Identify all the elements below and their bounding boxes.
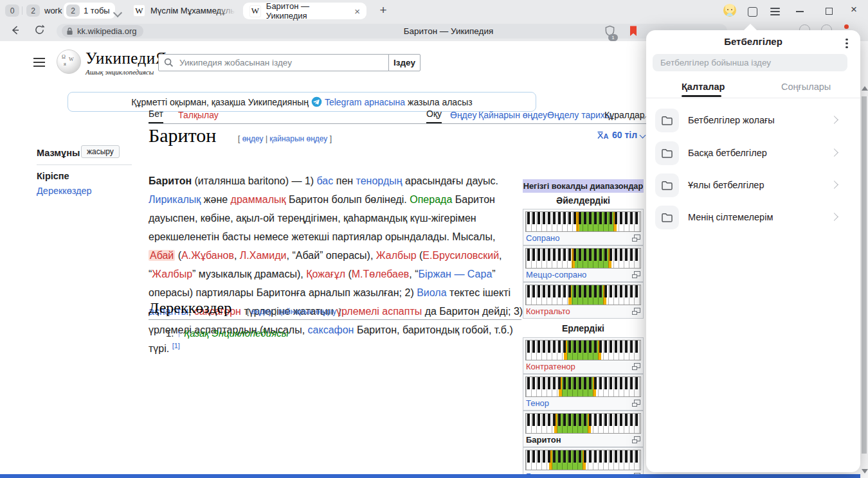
toc-hide-button[interactable]: жасыру — [81, 145, 120, 158]
inline-link[interactable]: А.Жұбанов — [181, 250, 234, 261]
inline-link[interactable]: Біржан — Сара — [419, 269, 493, 279]
bookmarks-search-box[interactable] — [653, 54, 847, 71]
wiki-search-button[interactable]: Іздеу — [388, 54, 420, 71]
telegram-link[interactable]: Telegram арнасына — [325, 97, 405, 107]
tab-history[interactable]: Өңделу тарихы — [547, 110, 611, 123]
wikipedia-logo[interactable]: ΩWя — [57, 49, 81, 74]
collections-icon[interactable] — [748, 7, 757, 17]
tab-read[interactable]: Оқу — [426, 109, 442, 123]
inline-link[interactable]: Е.Брусиловский — [422, 250, 499, 261]
expand-icon[interactable] — [632, 235, 640, 242]
back-icon[interactable] — [9, 24, 22, 39]
minimize-button[interactable] — [796, 11, 804, 12]
inline-link[interactable]: Жалбыр — [152, 269, 192, 279]
tab-inactive[interactable]: W Мүслім Мұхаммедұлы Ма — [133, 3, 235, 19]
restore-button[interactable] — [826, 8, 833, 15]
edit-link[interactable]: өңдеу — [242, 134, 264, 143]
piano-range-image[interactable] — [525, 413, 641, 434]
inline-link[interactable]: бас — [317, 175, 334, 186]
inline-link[interactable]: М.Төлебаев — [352, 269, 410, 279]
bracket: [ — [238, 134, 240, 143]
site-chip[interactable]: kk.wikipedia.org — [62, 25, 143, 37]
scroll-down-icon[interactable] — [862, 469, 868, 474]
profile-avatar[interactable] — [723, 4, 736, 17]
inline-link[interactable]: Операда — [410, 194, 452, 205]
tab-edit[interactable]: Өңдеу — [450, 110, 476, 123]
inline-link[interactable]: Л.Хамиди — [240, 250, 287, 261]
toc-item-intro[interactable]: Кіріспе — [37, 171, 69, 181]
inline-link[interactable]: драммалық — [231, 194, 286, 205]
source-edit-link[interactable]: қайнарын өңдеу — [278, 307, 336, 316]
url-bar[interactable]: kk.wikipedia.org Баритон — Уикипедия 1 — [57, 24, 727, 39]
toc-item-references[interactable]: Дереккөздер — [37, 186, 92, 196]
reload-icon[interactable] — [33, 24, 46, 39]
wiki-search-box[interactable] — [158, 54, 389, 71]
scroll-up-icon[interactable] — [862, 86, 868, 91]
bookmarks-search-input[interactable] — [659, 57, 841, 68]
tab-group-active[interactable]: 2 1 тобы — [64, 3, 115, 19]
expand-icon[interactable] — [632, 436, 640, 443]
article-title: Баритон — [149, 125, 216, 146]
expand-icon[interactable] — [632, 271, 640, 278]
wiki-wordmark[interactable]: УикипедиЯ Ашық энциклопедиясы — [86, 49, 167, 76]
inline-link[interactable]: Виола — [417, 287, 446, 298]
vocal-range-thumb: Баритон — [523, 411, 644, 447]
group-work-badge: 2 — [26, 4, 40, 17]
language-selector[interactable]: A 60 тіл — [597, 130, 645, 140]
tab-group-collapsed[interactable]: 0 — [5, 4, 19, 17]
inline-link[interactable]: Лирикалық — [149, 194, 201, 205]
tab-close-icon[interactable]: × — [354, 6, 360, 17]
browser-menu-icon[interactable] — [770, 6, 780, 17]
popup-tab-recent[interactable]: Соңғылары — [781, 82, 831, 92]
inline-link[interactable]: үрлемелі аспапты — [336, 306, 422, 317]
article-text: (италянша baritono) — 1) — [192, 175, 316, 186]
piano-range-image[interactable] — [525, 285, 641, 305]
folder-row-bookmarks-bar[interactable]: Бетбелгілер жолағы — [646, 109, 860, 137]
vocal-range-link[interactable]: Контратенор — [526, 362, 575, 371]
inline-link[interactable]: саксафон — [308, 324, 354, 335]
inline-link[interactable]: Абай — [149, 250, 175, 261]
piano-range-image[interactable] — [525, 340, 641, 360]
piano-range-image[interactable] — [525, 211, 641, 232]
tab-tools[interactable]: Құралдар — [604, 110, 645, 123]
bookmark-flag-icon[interactable] — [629, 26, 638, 39]
folder-row-my-links[interactable]: Менің сілтемелерім — [646, 206, 860, 234]
tab-group-work[interactable]: 2 work — [26, 4, 62, 17]
tab-edit-source[interactable]: Қайнарын өңдеу — [478, 110, 547, 123]
ref-backlink[interactable]: ↑ — [177, 328, 182, 339]
article-text: , — [234, 250, 240, 261]
close-window-button[interactable]: × — [851, 4, 857, 15]
tab-active[interactable]: W Баритон — Уикипедия × — [243, 3, 366, 19]
piano-range-image[interactable] — [525, 248, 641, 269]
wiki-search-input[interactable] — [178, 57, 388, 68]
expand-icon[interactable] — [632, 363, 640, 370]
vocal-range-link[interactable]: Сопрано — [526, 233, 560, 243]
page-scrollbar[interactable] — [860, 41, 868, 478]
tab-page[interactable]: Бет — [149, 109, 163, 123]
separator: | — [266, 134, 267, 143]
popup-tab-folders[interactable]: Қалталар — [682, 82, 725, 92]
inline-link[interactable]: тенордың — [356, 175, 402, 186]
new-tab-button[interactable]: + — [375, 2, 392, 19]
vocal-range-link[interactable]: Меццо-сопрано — [526, 270, 586, 279]
inline-link[interactable]: Қожағұл — [306, 269, 345, 279]
expand-icon[interactable] — [632, 308, 640, 315]
edit-link[interactable]: өңдеу — [251, 307, 273, 316]
wiki-menu-icon[interactable] — [33, 55, 45, 69]
expand-icon[interactable] — [632, 400, 640, 407]
folder-row-other-bookmarks[interactable]: Басқа бетбелгілер — [646, 141, 860, 170]
vocal-range-link[interactable]: Контральто — [526, 306, 570, 316]
inline-link[interactable]: Жалбыр — [376, 250, 417, 261]
group-chevron-icon[interactable] — [114, 7, 121, 19]
folder-row-mobile-bookmarks[interactable]: Ұялы бетбелгілер — [646, 173, 860, 202]
piano-range-image[interactable] — [525, 450, 641, 470]
vocal-range-link[interactable]: Тенор — [526, 398, 549, 408]
ref-source-link[interactable]: Қазақ Энциклопедиясы — [184, 328, 288, 339]
shield-icon[interactable]: 1 — [604, 25, 615, 39]
source-edit-link[interactable]: қайнарын өңдеу — [269, 134, 327, 143]
inline-link[interactable]: [1] — [172, 342, 180, 350]
scrollbar-thumb[interactable] — [862, 96, 867, 454]
kebab-menu-icon[interactable] — [842, 37, 851, 48]
piano-range-image[interactable] — [525, 376, 641, 397]
tab-talk[interactable]: Талқылау — [178, 110, 219, 123]
